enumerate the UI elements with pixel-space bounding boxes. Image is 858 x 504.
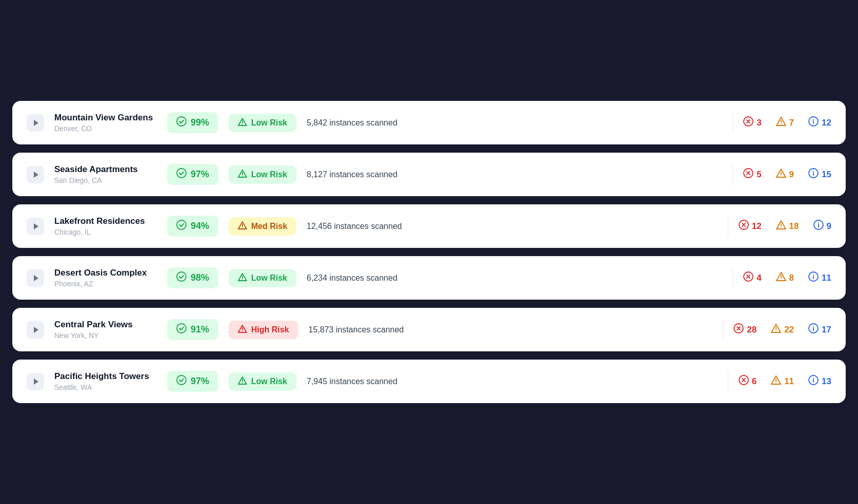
- info-stat: 11: [808, 271, 831, 284]
- info-stat: 17: [808, 323, 831, 336]
- property-card-mvg: Mountain View GardensDenver, CO 99% Low …: [12, 101, 846, 144]
- info-icon: [808, 116, 819, 129]
- score-badge: 97%: [167, 164, 218, 185]
- expand-button[interactable]: [27, 218, 44, 235]
- score-badge: 99%: [167, 112, 218, 133]
- expand-button[interactable]: [27, 166, 44, 183]
- score-badge: 98%: [167, 267, 218, 288]
- property-location: San Diego, CA: [54, 176, 157, 184]
- info-icon: [808, 375, 819, 388]
- expand-button[interactable]: [27, 114, 44, 132]
- warning-stat: 8: [776, 271, 794, 284]
- expand-triangle-icon: [34, 327, 38, 333]
- property-name: Mountain View Gardens: [54, 113, 157, 123]
- warning-count: 22: [784, 325, 794, 335]
- risk-badge: Med Risk: [229, 217, 296, 236]
- score-check-icon: [176, 168, 187, 181]
- svg-point-21: [781, 279, 782, 280]
- score-value: 97%: [191, 169, 209, 180]
- score-check-icon: [176, 323, 187, 336]
- error-stat: 3: [743, 116, 761, 129]
- error-count: 12: [752, 221, 762, 232]
- info-icon: [808, 271, 819, 284]
- property-location: New York, NY: [54, 331, 157, 340]
- expand-triangle-icon: [34, 120, 38, 126]
- score-check-icon: [176, 375, 187, 388]
- property-location: Phoenix, AZ: [54, 280, 157, 288]
- stats-group: 28 22 17: [733, 323, 831, 336]
- score-check-icon: [176, 116, 187, 129]
- warning-count: 18: [789, 221, 799, 232]
- svg-point-19: [242, 279, 243, 280]
- error-icon: [739, 375, 749, 388]
- warning-icon: [776, 116, 786, 129]
- warning-count: 11: [784, 376, 794, 387]
- instances-scanned: 12,456 instances scanned: [307, 222, 717, 231]
- risk-label: Low Risk: [251, 118, 287, 128]
- score-value: 99%: [191, 117, 209, 128]
- property-card-sa: Seaside ApartmentsSan Diego, CA 97% Low …: [12, 153, 846, 196]
- stats-group: 4 8 11: [743, 271, 831, 284]
- svg-point-29: [813, 326, 814, 327]
- svg-point-12: [177, 220, 186, 229]
- property-info: Desert Oasis ComplexPhoenix, AZ: [54, 268, 157, 288]
- svg-point-6: [177, 169, 186, 178]
- risk-triangle-icon: [238, 118, 247, 128]
- error-icon: [743, 168, 753, 181]
- property-info: Seaside ApartmentsSan Diego, CA: [54, 164, 157, 184]
- stats-divider: [728, 216, 728, 237]
- score-value: 91%: [191, 324, 209, 335]
- svg-point-1: [242, 123, 243, 124]
- error-icon: [739, 220, 749, 233]
- stats-group: 3 7 12: [743, 116, 831, 129]
- risk-triangle-icon: [238, 273, 247, 283]
- error-count: 5: [757, 170, 761, 180]
- error-icon: [733, 323, 744, 336]
- risk-label: Low Risk: [251, 170, 287, 179]
- property-name: Seaside Apartments: [54, 164, 157, 175]
- svg-point-18: [177, 272, 186, 281]
- svg-point-31: [242, 382, 243, 383]
- svg-point-13: [242, 227, 243, 228]
- risk-badge: Low Risk: [229, 372, 296, 391]
- warning-count: 7: [789, 118, 794, 128]
- info-count: 17: [822, 325, 831, 335]
- svg-point-7: [242, 175, 243, 176]
- warning-icon: [776, 271, 786, 284]
- stats-group: 6 11 13: [739, 375, 831, 388]
- svg-point-9: [781, 175, 782, 176]
- info-icon: [808, 323, 819, 336]
- property-name: Central Park Views: [54, 320, 157, 330]
- expand-triangle-icon: [34, 379, 38, 385]
- svg-point-17: [818, 223, 819, 224]
- expand-button[interactable]: [27, 321, 44, 339]
- instances-scanned: 8,127 instances scanned: [307, 170, 722, 179]
- warning-icon: [776, 168, 786, 181]
- risk-badge: Low Risk: [229, 114, 296, 132]
- stats-divider: [732, 113, 733, 133]
- risk-badge: Low Risk: [229, 165, 296, 184]
- warning-stat: 9: [776, 168, 794, 181]
- property-info: Mountain View GardensDenver, CO: [54, 113, 157, 133]
- property-location: Chicago, IL: [54, 228, 157, 236]
- property-location: Seattle, WA: [54, 383, 157, 391]
- expand-button[interactable]: [27, 373, 44, 390]
- expand-button[interactable]: [27, 269, 44, 287]
- property-info: Lakefront ResidencesChicago, IL: [54, 216, 157, 236]
- expand-triangle-icon: [34, 275, 38, 281]
- info-count: 13: [822, 376, 831, 387]
- info-stat: 12: [808, 116, 831, 129]
- risk-label: Low Risk: [251, 274, 287, 283]
- property-card-cpv: Central Park ViewsNew York, NY 91% High …: [12, 308, 846, 351]
- svg-point-33: [775, 382, 777, 383]
- error-icon: [743, 271, 753, 284]
- property-name: Lakefront Residences: [54, 216, 157, 226]
- warning-count: 8: [789, 273, 794, 283]
- error-stat: 28: [733, 323, 757, 336]
- info-icon: [813, 220, 824, 233]
- property-card-lr: Lakefront ResidencesChicago, IL 94% Med …: [12, 204, 846, 248]
- score-badge: 97%: [167, 371, 218, 392]
- error-count: 4: [757, 273, 761, 283]
- error-stat: 6: [739, 375, 757, 388]
- property-card-pht: Pacific Heights TowersSeattle, WA 97% Lo…: [12, 360, 846, 403]
